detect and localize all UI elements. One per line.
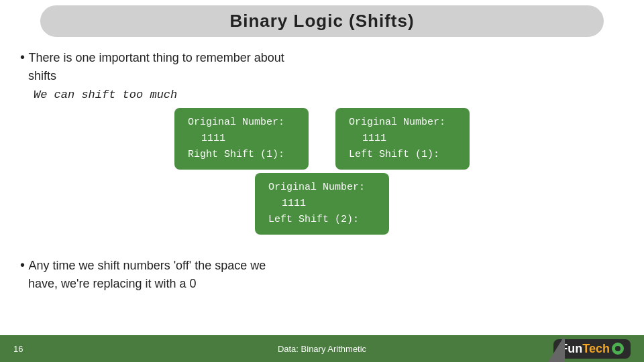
green-box-left-shift-1: Original Number: 1111 Left Shift (1): <box>335 108 470 170</box>
body-content: There is one important thing to remember… <box>0 37 644 248</box>
funtech-dot-inner <box>615 346 621 351</box>
green-boxes-center-row: Original Number: 1111 Left Shift (2): <box>20 173 624 235</box>
footer: 16 Data: Binary Arithmetic Fun Tech <box>0 335 644 362</box>
funtech-logo: Fun Tech <box>553 339 631 359</box>
main-content-area: Binary Logic (Shifts) There is one impor… <box>0 0 644 335</box>
italic-subtext: We can shift too much <box>34 88 624 101</box>
green-boxes-top-row: Original Number: 1111 Right Shift (1): O… <box>20 108 624 170</box>
bullet-2: Any time we shift numbers 'off' the spac… <box>20 255 624 293</box>
funtech-dot-icon <box>612 343 624 355</box>
page-title: Binary Logic (Shifts) <box>229 11 414 31</box>
title-bar: Binary Logic (Shifts) <box>40 5 604 37</box>
footer-center-label: Data: Binary Arithmetic <box>278 344 366 354</box>
bullet-1: There is one important thing to remember… <box>20 47 624 85</box>
page-number: 16 <box>13 344 23 354</box>
footer-arrow <box>548 335 565 362</box>
green-box-left-shift-2: Original Number: 1111 Left Shift (2): <box>255 173 389 235</box>
funtech-tech-text: Tech <box>582 342 610 356</box>
green-box-right-shift: Original Number: 1111 Right Shift (1): <box>174 108 309 170</box>
bottom-bullets: Any time we shift numbers 'off' the spac… <box>0 248 644 293</box>
